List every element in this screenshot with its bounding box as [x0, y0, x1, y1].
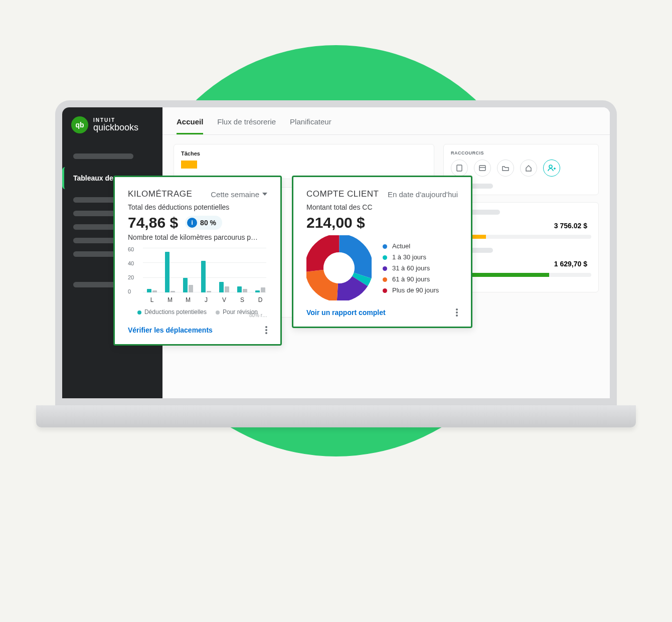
brand-logo[interactable]: qb INTUIT quickbooks [62, 116, 162, 145]
legend-swatch [383, 277, 387, 282]
ar-card: COMPTE CLIENT En date d'aujourd'hui Mont… [292, 176, 472, 328]
bar-Pour révision [225, 286, 229, 292]
svg-rect-1 [479, 166, 485, 171]
legend-label: 1 à 30 jours [392, 253, 426, 261]
bar-Pour révision [261, 287, 265, 292]
ar-cta-link[interactable]: Voir un rapport complet [306, 308, 386, 317]
shortcut-icon[interactable] [520, 160, 537, 177]
folder-icon [501, 164, 510, 172]
legend-row: 31 à 60 jours [383, 264, 439, 272]
legend-row: Actuel [383, 242, 439, 250]
tasks-title: Tâches [181, 150, 427, 157]
legend-row: Plus de 90 jours [383, 286, 439, 294]
tab-planificateur[interactable]: Planificateur [290, 117, 331, 134]
ar-period-label: En date d'aujourd'hui [388, 190, 458, 199]
y-tick: 40 [128, 260, 140, 266]
tab-accueil[interactable]: Accueil [177, 117, 203, 134]
sidebar-item-placeholder[interactable] [73, 282, 117, 287]
legend-label: 31 à 60 jours [392, 264, 430, 272]
chevron-down-icon [262, 193, 267, 196]
mileage-caption: Nombre total de kilomètres parcourus p… [128, 233, 267, 241]
home-icon [525, 164, 533, 172]
main-tabs: Accueil Flux de trésorerie Planificateur [162, 107, 610, 135]
bar-Pour révision [171, 291, 175, 292]
legend-swatch [383, 255, 387, 260]
legend-a: Déductions potentielles [137, 308, 207, 316]
svg-point-3 [549, 165, 552, 168]
bar-Pour révision [189, 285, 193, 292]
more-menu-button[interactable] [456, 307, 458, 318]
shortcut-icon[interactable] [497, 160, 514, 177]
shortcut-icon[interactable] [451, 160, 468, 177]
y-tick: 0 [128, 288, 140, 294]
bar-Déductions potentielles [183, 278, 188, 292]
mileage-bar-chart: 0204060 LMMJVSD [128, 248, 267, 303]
brand-line2: quickbooks [93, 123, 138, 132]
laptop-base [36, 405, 636, 427]
bar-Déductions potentielles [255, 290, 260, 292]
tab-flux-tresorerie[interactable]: Flux de trésorerie [217, 117, 276, 134]
mileage-period-picker[interactable]: Cette semaine [211, 190, 267, 199]
legend-row: 61 à 90 jours [383, 275, 439, 283]
more-menu-button[interactable] [265, 325, 267, 335]
brand-text: INTUIT quickbooks [93, 118, 138, 132]
bar-Pour révision [243, 289, 247, 292]
x-tick: S [235, 296, 249, 303]
shortcuts-title: RACCOURCIS [451, 150, 591, 156]
table-icon [478, 164, 486, 172]
mileage-subtitle: Total des déductions potentielles [128, 203, 267, 211]
x-tick: D [253, 296, 267, 303]
ar-total-amount: 214,00 $ [306, 214, 365, 231]
legend-swatch [383, 244, 387, 249]
tasks-card: Tâches [174, 144, 434, 179]
shortcut-icon[interactable] [474, 160, 491, 177]
x-tick: V [217, 296, 231, 303]
shortcut-add-user[interactable] [543, 160, 560, 177]
bar-Déductions potentielles [147, 289, 151, 292]
bar-Déductions potentielles [165, 252, 170, 292]
x-tick: J [199, 296, 213, 303]
bar-Déductions potentielles [201, 261, 206, 292]
bar-Pour révision [207, 291, 211, 292]
mileage-card: KILOMÉTRAGE Cette semaine Total des dédu… [113, 176, 282, 346]
legend-swatch [383, 266, 387, 271]
mileage-pct-chip: i 80 % [185, 216, 222, 230]
legend-label: 61 à 90 jours [392, 275, 430, 283]
svg-rect-0 [457, 165, 462, 171]
user-plus-icon [547, 164, 556, 173]
x-tick: M [181, 296, 195, 303]
legend-label: Plus de 90 jours [392, 286, 439, 294]
x-tick: L [145, 296, 159, 303]
doc-icon [455, 164, 463, 172]
y-tick: 60 [128, 246, 140, 252]
legend-swatch [383, 288, 387, 293]
period-label: Cette semaine [211, 190, 259, 199]
mileage-cta-link[interactable]: Vérifier les déplacements [128, 326, 213, 334]
qb-badge-icon: qb [71, 116, 88, 133]
mileage-title: KILOMÉTRAGE [128, 189, 192, 199]
pct-value: 80 % [200, 219, 216, 227]
task-badge [181, 161, 197, 169]
ar-title: COMPTE CLIENT [306, 189, 379, 199]
y-tick: 20 [128, 274, 140, 280]
mileage-total-amount: 74,86 $ [128, 214, 178, 231]
x-tick: M [163, 296, 177, 303]
legend-row: 1 à 30 jours [383, 253, 439, 261]
sidebar-item-placeholder[interactable] [73, 153, 133, 159]
ar-legend: Actuel1 à 30 jours31 à 60 jours61 à 90 j… [383, 239, 439, 297]
ar-subtitle: Montant total des CC [306, 203, 458, 211]
legend-label: Actuel [392, 242, 410, 250]
ar-donut-chart [306, 235, 372, 300]
bar-Déductions potentielles [219, 282, 224, 292]
bar-Déductions potentielles [237, 286, 242, 292]
info-icon: i [187, 218, 197, 228]
sidebar-item-label: Tableaux de [73, 174, 113, 182]
bar-Pour révision [152, 290, 157, 292]
